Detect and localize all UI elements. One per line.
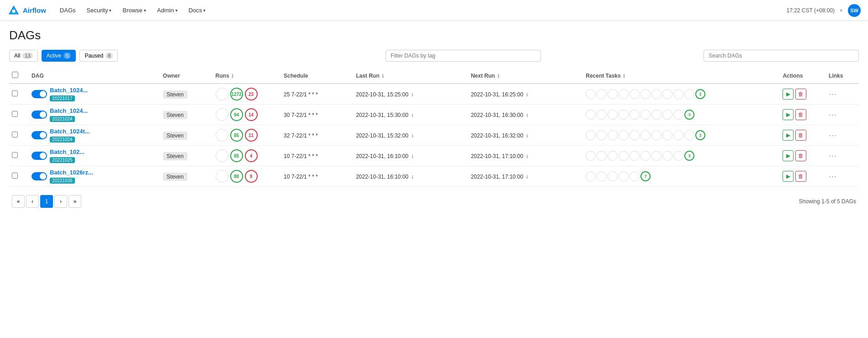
tab-active[interactable]: Active 5	[42, 50, 76, 62]
table-header-row: DAG Owner Runs ℹ Schedule Last Run ℹ Nex…	[9, 68, 859, 84]
delete-dag-button[interactable]: 🗑	[795, 150, 806, 161]
info-icon: ℹ	[526, 154, 528, 159]
run-success-circle[interactable]: 94	[230, 108, 243, 121]
th-recenttasks: Recent Tasks ℹ	[583, 68, 780, 84]
schedule-value: 32 7-22/1 * * *	[284, 132, 318, 139]
row-checkbox[interactable]	[12, 111, 18, 117]
schedule-value: 25 7-22/1 * * *	[284, 91, 318, 98]
schedule-value: 30 7-22/1 * * *	[284, 112, 318, 118]
trigger-dag-button[interactable]: ▶	[783, 130, 794, 141]
nav-admin[interactable]: Admin ▾	[153, 4, 182, 16]
user-avatar[interactable]: SW	[848, 4, 861, 17]
trigger-dag-button[interactable]: ▶	[783, 150, 794, 161]
tab-all[interactable]: All 13	[9, 50, 38, 62]
run-success-circle[interactable]: 88	[230, 170, 243, 183]
trigger-dag-button[interactable]: ▶	[783, 89, 794, 100]
dag-id[interactable]: Batch_1024t...	[50, 128, 90, 135]
schedule-cell: 25 7-22/1 * * *	[281, 84, 353, 105]
more-links-button[interactable]: ···	[829, 110, 837, 119]
nav-browse[interactable]: Browse ▾	[118, 4, 150, 16]
dag-toggle[interactable]	[32, 111, 47, 119]
dag-id[interactable]: Batch_1024...	[50, 107, 88, 114]
table-row: Batch_1024... 20221017 Steven 1272 23 25…	[9, 84, 859, 105]
row-checkbox-cell	[9, 125, 29, 146]
info-icon: ℹ	[412, 174, 413, 180]
navbar-right: 17:22 CST (+08:00) ▾ SW	[786, 4, 861, 17]
dag-info: Batch_102... 20221025	[50, 148, 85, 163]
dag-toggle[interactable]	[32, 90, 47, 98]
links-cell: ···	[826, 105, 859, 125]
dag-toggle[interactable]	[32, 152, 47, 160]
search-input[interactable]	[704, 50, 859, 62]
delete-dag-button[interactable]: 🗑	[795, 89, 806, 100]
links-cell: ···	[826, 166, 859, 187]
th-schedule: Schedule	[281, 68, 353, 84]
airflow-logo	[7, 4, 20, 17]
nextrun-cell: 2022-10-31, 16:30:00 ℹ	[468, 105, 583, 125]
brand[interactable]: Airflow	[7, 4, 46, 17]
owner-cell: Steven	[160, 166, 213, 187]
page-1-button[interactable]: 1	[40, 195, 53, 208]
task-success-circle: 3	[684, 110, 694, 120]
page-last-button[interactable]: »	[69, 195, 81, 208]
tag-filter-input[interactable]	[386, 50, 541, 62]
row-checkbox[interactable]	[12, 132, 18, 137]
dag-toggle[interactable]	[32, 131, 47, 139]
dag-id[interactable]: Batch_102...	[50, 148, 85, 155]
more-links-button[interactable]: ···	[829, 151, 837, 160]
current-time: 17:22 CST (+08:00)	[786, 7, 835, 14]
run-failed-circle[interactable]: 14	[245, 108, 258, 121]
row-checkbox[interactable]	[12, 152, 18, 158]
nextrun-cell: 2022-10-31, 17:10:00 ℹ	[468, 146, 583, 166]
lastrun-value: 2022-10-31, 15:25:00	[356, 91, 408, 98]
navbar: Airflow DAGs Security ▾ Browse ▾ Admin ▾…	[0, 0, 868, 21]
dag-id[interactable]: Batch_1024...	[50, 87, 88, 94]
page-content: DAGs All 13 Active 5 Paused 8 DAG Owner	[0, 21, 868, 222]
dag-table: DAG Owner Runs ℹ Schedule Last Run ℹ Nex…	[9, 68, 859, 187]
nav-docs[interactable]: Docs ▾	[184, 4, 211, 16]
owner-badge: Steven	[163, 132, 187, 140]
row-checkbox[interactable]	[12, 173, 18, 179]
tab-paused[interactable]: Paused 8	[79, 50, 118, 62]
task-empty-circle	[586, 151, 596, 161]
more-links-button[interactable]: ···	[829, 90, 837, 99]
page-title: DAGs	[9, 28, 859, 42]
trigger-dag-button[interactable]: ▶	[783, 171, 794, 182]
more-links-button[interactable]: ···	[829, 172, 837, 181]
nav-security[interactable]: Security ▾	[82, 4, 116, 16]
tasks-cell: 3	[586, 151, 777, 161]
select-all-checkbox[interactable]	[12, 72, 18, 78]
run-success-circle[interactable]: 1272	[230, 88, 243, 100]
run-success-circle[interactable]: 85	[230, 149, 243, 162]
task-empty-circle	[608, 130, 618, 140]
run-failed-circle[interactable]: 4	[245, 149, 258, 162]
runs-cell: 1272 23	[213, 84, 281, 105]
page-first-button[interactable]: «	[12, 195, 25, 208]
trigger-dag-button[interactable]: ▶	[783, 109, 794, 120]
run-failed-circle[interactable]: 11	[245, 129, 258, 142]
run-failed-circle[interactable]: 23	[245, 88, 258, 100]
page-next-button[interactable]: ›	[54, 195, 67, 208]
dag-tag: 20221024	[50, 116, 75, 122]
dag-tag: 20221026	[50, 178, 75, 184]
task-success-circle: 3	[684, 151, 694, 161]
nav-dags[interactable]: DAGs	[55, 4, 80, 16]
task-empty-circle	[586, 89, 596, 99]
dag-info: Batch_1024... 20221017	[50, 87, 88, 101]
run-success-circle[interactable]: 85	[230, 129, 243, 142]
task-empty-circle	[597, 151, 607, 161]
chevron-down-icon: ▾	[203, 8, 206, 13]
page-prev-button[interactable]: ‹	[26, 195, 39, 208]
delete-dag-button[interactable]: 🗑	[795, 109, 806, 120]
task-empty-circle	[597, 110, 607, 120]
task-empty-circle	[673, 130, 683, 140]
tasks-cell: 2	[586, 89, 777, 99]
task-empty-circle	[673, 110, 683, 120]
run-failed-circle[interactable]: 9	[245, 170, 258, 183]
delete-dag-button[interactable]: 🗑	[795, 171, 806, 182]
dag-id[interactable]: Batch_1026rz...	[50, 169, 93, 176]
more-links-button[interactable]: ···	[829, 131, 837, 140]
row-checkbox[interactable]	[12, 90, 18, 96]
delete-dag-button[interactable]: 🗑	[795, 130, 806, 141]
dag-toggle[interactable]	[32, 172, 47, 180]
